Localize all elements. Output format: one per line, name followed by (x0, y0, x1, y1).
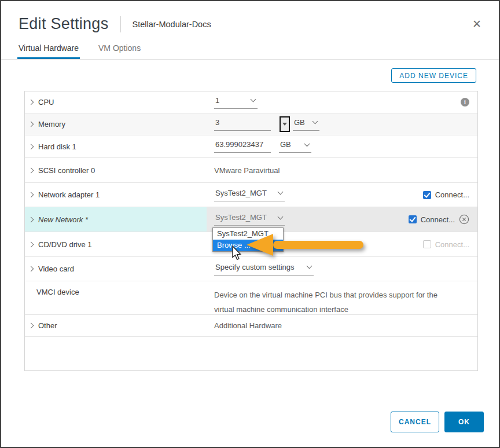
memory-stepper-button[interactable] (280, 116, 290, 132)
hard-disk-label-cell: Hard disk 1 (25, 135, 207, 157)
connect-checkbox-disabled (423, 240, 431, 248)
tab-bar: Virtual Hardware VM Options (1, 40, 499, 60)
add-new-device-button[interactable]: ADD NEW DEVICE (391, 68, 476, 83)
connect-checkbox[interactable] (409, 215, 417, 223)
ok-button[interactable]: OK (444, 412, 484, 432)
disk-size-input[interactable]: 63.999023437 (214, 140, 271, 153)
connect-label: Connect... (435, 190, 469, 199)
cancel-button[interactable]: CANCEL (391, 412, 439, 432)
network-dropdown-menu: SysTest2_MGT Browse ... (212, 227, 284, 252)
new-network-portgroup-value: SysTest2_MGT (215, 213, 267, 222)
video-settings-value: Specify custom settings (215, 263, 295, 271)
connect-label: Connect... (435, 240, 469, 249)
cpu-label-cell: CPU (25, 91, 207, 113)
row-label: VMCI device (36, 288, 79, 296)
new-network-label-cell: New Network * (25, 207, 207, 232)
cddvd-label-cell: CD/DVD drive 1 (25, 232, 207, 256)
chevron-down-icon (278, 189, 284, 195)
menu-option-browse[interactable]: Browse ... (213, 240, 283, 251)
scsi-type-value: VMware Paravirtual (214, 166, 280, 175)
chevron-down-icon (278, 214, 284, 219)
toolbar: ADD NEW DEVICE (24, 68, 476, 83)
vmci-description-line1: Device on the virtual machine PCI bus th… (214, 288, 438, 302)
connect-label: Connect... (421, 215, 455, 224)
row-cpu: CPU 1 (25, 91, 477, 113)
vmci-label-cell: VMCI device (25, 281, 207, 314)
chevron-right-icon[interactable] (28, 216, 34, 222)
page-title: Edit Settings (19, 15, 109, 33)
new-network-portgroup-select[interactable]: SysTest2_MGT (214, 213, 285, 226)
vmci-description-line2: virtual machine communication interface (214, 302, 438, 317)
other-label-cell: Other (25, 315, 207, 336)
row-filler (25, 337, 477, 370)
row-hard-disk: Hard disk 1 63.999023437 GB (25, 135, 477, 158)
network1-portgroup-select[interactable]: SysTest2_MGT (214, 189, 285, 201)
video-settings-select[interactable]: Specify custom settings (214, 263, 314, 276)
dialog-footer: CANCEL OK (391, 412, 484, 432)
row-label: CPU (38, 98, 54, 107)
disk-unit-select[interactable]: GB (279, 140, 311, 153)
video-label-cell: Video card (25, 257, 207, 281)
edit-settings-dialog: Edit Settings Stellar-Modular-Docs ✕ Vir… (0, 0, 500, 448)
chevron-right-icon[interactable] (28, 323, 34, 329)
row-label: SCSI controller 0 (38, 166, 95, 175)
row-network-adapter-1: Network adapter 1 SysTest2_MGT Connect..… (25, 183, 477, 207)
row-vmci-device: VMCI device Device on the virtual machin… (25, 281, 477, 315)
vm-name: Stellar-Modular-Docs (133, 20, 211, 29)
connect-checkbox[interactable] (423, 191, 431, 199)
row-label: Hard disk 1 (38, 142, 76, 151)
row-label: CD/DVD drive 1 (38, 240, 91, 249)
network1-label-cell: Network adapter 1 (25, 183, 207, 207)
row-memory: Memory 3 GB (25, 113, 477, 135)
row-other: Other Additional Hardware (25, 315, 477, 337)
row-label: Network adapter 1 (38, 190, 100, 199)
menu-option-systest2-mgt[interactable]: SysTest2_MGT (213, 228, 283, 240)
chevron-down-icon (251, 97, 256, 102)
chevron-right-icon[interactable] (28, 167, 34, 173)
info-icon[interactable] (461, 98, 469, 107)
row-video-card: Video card Specify custom settings (25, 257, 477, 281)
disk-unit-value: GB (280, 140, 291, 149)
chevron-right-icon[interactable] (28, 100, 34, 105)
chevron-right-icon[interactable] (28, 241, 34, 247)
dialog-header: Edit Settings Stellar-Modular-Docs ✕ (1, 1, 499, 33)
chevron-right-icon[interactable] (28, 266, 34, 272)
chevron-right-icon[interactable] (28, 122, 34, 127)
row-label: New Network * (38, 215, 88, 224)
triangle-down-icon (282, 123, 287, 126)
cpu-count-select[interactable]: 1 (214, 96, 258, 109)
memory-size-input[interactable]: 3 (214, 118, 271, 131)
memory-label-cell: Memory (25, 113, 207, 135)
hardware-table: CPU 1 Memory 3 GB (24, 91, 478, 371)
chevron-right-icon[interactable] (28, 192, 34, 198)
row-label: Other (38, 321, 57, 330)
chevron-down-icon (312, 119, 318, 124)
row-label: Video card (38, 265, 74, 273)
cpu-count-value: 1 (215, 96, 219, 105)
chevron-down-icon (307, 263, 312, 269)
tab-vm-options[interactable]: VM Options (97, 40, 142, 59)
network1-portgroup-value: SysTest2_MGT (215, 189, 267, 197)
tab-virtual-hardware[interactable]: Virtual Hardware (17, 40, 80, 59)
other-value: Additional Hardware (214, 321, 282, 330)
row-label: Memory (38, 120, 65, 128)
title-divider (120, 16, 121, 32)
row-scsi-controller: SCSI controller 0 VMware Paravirtual (25, 158, 477, 183)
vmci-description: Device on the virtual machine PCI bus th… (214, 288, 438, 317)
close-icon[interactable]: ✕ (472, 19, 481, 30)
memory-unit-select[interactable]: GB (293, 118, 319, 131)
scsi-label-cell: SCSI controller 0 (25, 158, 207, 182)
chevron-right-icon[interactable] (28, 144, 34, 149)
chevron-down-icon (304, 141, 310, 146)
memory-unit-value: GB (294, 118, 305, 127)
remove-device-icon[interactable] (459, 214, 469, 225)
